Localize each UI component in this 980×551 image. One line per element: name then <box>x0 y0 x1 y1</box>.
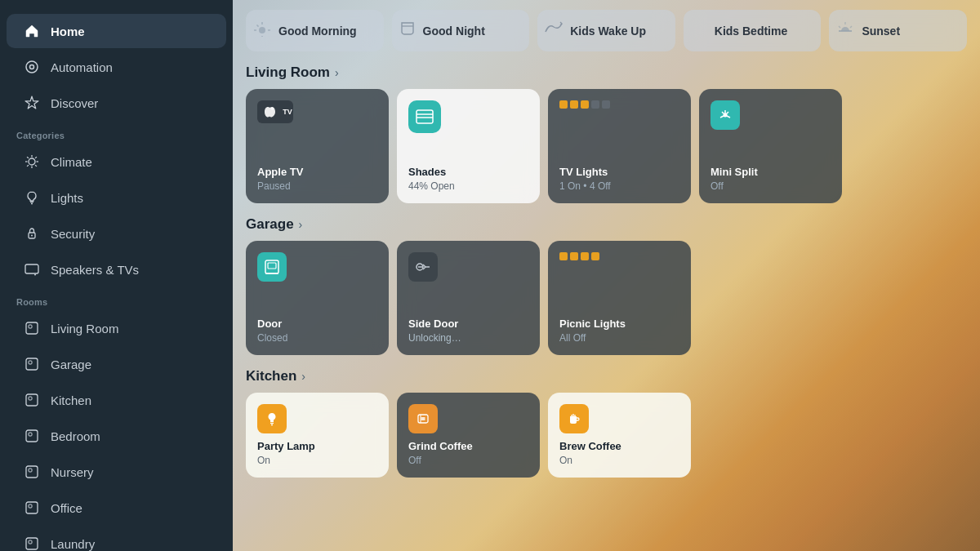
brew-coffee-card[interactable]: Brew Coffee On <box>548 393 691 478</box>
room-icon-living <box>23 319 41 337</box>
picnic-lights-card[interactable]: Picnic Lights All Off <box>548 241 691 355</box>
sidebar-label-security: Security <box>51 227 95 241</box>
apple-tv-icon-area: TV <box>257 100 377 123</box>
scene-sunset[interactable]: Sunset <box>829 10 967 51</box>
sidebar-item-nursery[interactable]: Nursery <box>7 455 226 489</box>
sidebar-item-discover[interactable]: Discover <box>7 86 226 120</box>
apple-tv-status: Paused <box>257 180 377 192</box>
sidebar-item-living-room[interactable]: Living Room <box>7 311 226 345</box>
brew-coffee-icon-area <box>559 404 679 433</box>
sidebar-label-office: Office <box>51 501 82 515</box>
garage-header: Garage › <box>246 216 967 233</box>
rooms-label: Rooms <box>0 287 233 310</box>
svg-point-42 <box>271 108 274 110</box>
kitchen-header: Kitchen › <box>246 368 967 384</box>
kitchen-cards: Party Lamp On Grind Coffee <box>246 393 967 478</box>
brew-coffee-icon <box>559 404 589 433</box>
dot-on <box>559 100 568 109</box>
svg-line-7 <box>27 157 29 158</box>
sidebar-item-lights[interactable]: Lights <box>7 180 226 215</box>
tv-lights-card[interactable]: TV Lights 1 On • 4 Off <box>548 89 691 203</box>
sidebar-item-kitchen[interactable]: Kitchen <box>7 383 226 417</box>
sidebar-label-home: Home <box>51 24 85 38</box>
sidebar-item-home[interactable]: Home <box>7 14 226 48</box>
sidebar-item-speakers[interactable]: Speakers & TVs <box>7 252 226 287</box>
sidebar-item-garage[interactable]: Garage <box>7 347 226 381</box>
room-icon-bedroom <box>23 427 41 445</box>
sidebar-item-security[interactable]: Security <box>7 216 226 251</box>
svg-point-1 <box>30 65 34 69</box>
kitchen-arrow[interactable]: › <box>301 370 305 383</box>
dot-off2 <box>602 100 610 109</box>
room-icon-office <box>23 499 41 517</box>
sidebar-item-office[interactable]: Office <box>7 491 226 525</box>
door-icon-area <box>257 252 377 282</box>
living-room-cards: TV Apple TV Paused <box>246 89 967 203</box>
tv-lights-info: TV Lights 1 On • 4 Off <box>559 166 679 192</box>
sidebar-item-automation[interactable]: Automation <box>7 50 226 84</box>
picnic-lights-top <box>559 252 679 265</box>
mini-split-card[interactable]: Mini Split Off <box>699 89 842 203</box>
svg-rect-20 <box>29 361 32 364</box>
mini-split-icon <box>710 100 740 130</box>
svg-line-8 <box>35 165 37 167</box>
svg-rect-24 <box>29 433 32 436</box>
svg-rect-22 <box>29 397 32 400</box>
pdot1 <box>559 252 568 260</box>
grind-coffee-card[interactable]: Grind Coffee Off <box>397 393 540 478</box>
sidebar-label-nursery: Nursery <box>51 465 94 479</box>
home-icon <box>23 22 41 40</box>
pdot2 <box>570 252 578 260</box>
sidebar-label-discover: Discover <box>51 96 98 110</box>
dot-off <box>591 100 599 109</box>
svg-point-46 <box>724 113 728 118</box>
living-room-header: Living Room › <box>246 64 967 81</box>
party-lamp-card[interactable]: Party Lamp On <box>246 393 389 478</box>
side-door-info: Side Door Unlocking… <box>408 318 528 344</box>
svg-rect-26 <box>29 469 32 472</box>
shades-status: 44% Open <box>408 180 528 192</box>
room-icon-nursery <box>23 463 41 481</box>
door-info: Door Closed <box>257 318 377 344</box>
side-door-status: Unlocking… <box>408 332 528 344</box>
scene-good-night[interactable]: Good Night <box>392 10 530 51</box>
dot-on2 <box>570 100 578 109</box>
side-door-name: Side Door <box>408 318 528 331</box>
side-door-card[interactable]: Side Door Unlocking… <box>397 241 540 355</box>
discover-icon <box>23 94 41 112</box>
security-icon <box>23 224 41 242</box>
tv-lights-top <box>559 100 679 113</box>
scenes-row: Good Morning Good Night <box>246 10 967 51</box>
scene-good-morning[interactable]: Good Morning <box>246 10 384 51</box>
kids-bedtime-label: Kids Bedtime <box>715 24 787 38</box>
sidebar-label-living-room: Living Room <box>51 322 118 335</box>
tv-lights-status: 1 On • 4 Off <box>559 180 679 192</box>
sidebar-item-bedroom[interactable]: Bedroom <box>7 419 226 453</box>
picnic-lights-status: All Off <box>559 332 679 344</box>
door-card[interactable]: Door Closed <box>246 241 389 355</box>
apple-tv-name: Apple TV <box>257 166 377 179</box>
svg-line-10 <box>27 165 29 167</box>
sunset-label: Sunset <box>862 24 900 38</box>
shades-icon <box>408 100 441 133</box>
living-room-arrow[interactable]: › <box>335 66 339 79</box>
sidebar-item-laundry[interactable]: Laundry <box>7 527 226 551</box>
garage-arrow[interactable]: › <box>299 218 303 231</box>
sidebar-label-laundry: Laundry <box>51 537 95 551</box>
shades-icon-area <box>408 100 528 133</box>
apple-tv-card[interactable]: TV Apple TV Paused <box>246 89 389 203</box>
shades-card[interactable]: Shades 44% Open <box>397 89 540 203</box>
grind-coffee-icon <box>408 404 438 433</box>
scene-kids-wake-up[interactable]: Kids Wake Up <box>537 10 675 51</box>
sidebar-item-climate[interactable]: Climate <box>7 144 226 179</box>
sidebar-label-lights: Lights <box>51 191 83 205</box>
room-icon-kitchen <box>23 391 41 409</box>
scene-kids-bedtime[interactable]: Kids Bedtime <box>684 10 822 51</box>
sidebar-label-speakers: Speakers & TVs <box>51 263 139 277</box>
side-door-icon-area <box>408 252 528 282</box>
sidebar-label-automation: Automation <box>51 60 113 74</box>
lights-icon <box>23 189 41 207</box>
svg-line-41 <box>850 26 852 28</box>
shades-info: Shades 44% Open <box>408 166 528 192</box>
door-name: Door <box>257 318 377 331</box>
